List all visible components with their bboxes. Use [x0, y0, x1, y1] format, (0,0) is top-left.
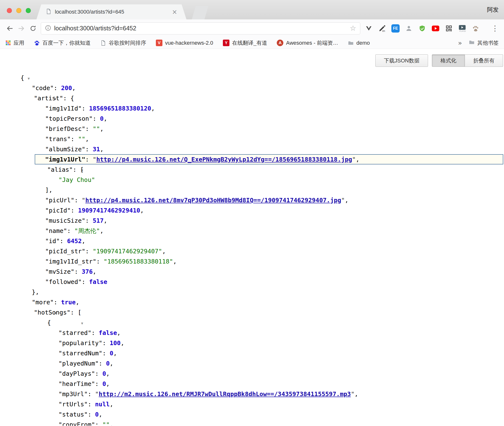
json-line: "starredNum": 0, — [0, 348, 504, 358]
bookmark-item[interactable]: Y在线翻译_有道 — [223, 39, 267, 47]
translate-en-icon[interactable]: en — [377, 23, 387, 34]
json-line: "picId": 19097417462929410, — [0, 205, 504, 216]
json-line: "picUrl": "http://p4.music.126.net/8mv7q… — [0, 195, 504, 205]
browser-tab[interactable]: localhost:3000/artists?id=645 × — [36, 4, 186, 19]
format-button[interactable]: 格式化 — [432, 54, 465, 67]
json-line: }, — [0, 287, 504, 297]
toolbar: localhost:3000/artists?id=6452 ☆ enFEPLA… — [0, 19, 504, 37]
collapse-all-button[interactable]: 折叠所有 — [465, 54, 503, 67]
svg-text:PLAYER: PLAYER — [459, 30, 466, 32]
forward-button[interactable] — [16, 23, 27, 34]
json-line: "mp3Url": "http://m2.music.126.net/RMJR7… — [0, 389, 504, 399]
json-url-link[interactable]: http://m2.music.126.net/RMJR7wDullRqppBk… — [99, 391, 351, 398]
back-button[interactable] — [4, 23, 16, 34]
json-line: "dayPlays": 0, — [0, 369, 504, 379]
json-line: "briefDesc": "", — [0, 124, 504, 134]
json-toolbar: 下载JSON数据 格式化 折叠所有 — [375, 54, 503, 67]
tab-title: localhost:3000/artists?id=645 — [55, 9, 169, 15]
bookmark-item[interactable]: AAwesomes - 前端资… — [277, 39, 338, 47]
other-bookmarks-folder[interactable]: 其他书签 — [469, 39, 499, 47]
reload-button[interactable] — [27, 23, 39, 34]
json-line: "trans": "", — [0, 134, 504, 144]
awesomes-icon: A — [277, 40, 283, 46]
page-content: 下载JSON数据 格式化 折叠所有 ▾{"code": 200,▾"artist… — [0, 49, 504, 426]
account-icon[interactable] — [404, 23, 414, 34]
url-text[interactable]: localhost:3000/artists?id=6452 — [54, 25, 347, 32]
folder-icon — [469, 39, 475, 47]
bookmark-item[interactable]: 谷歌按时间排序 — [100, 39, 146, 47]
bookmark-label: 应用 — [14, 39, 24, 47]
baidu-icon — [34, 40, 40, 46]
bookmark-item[interactable]: Vvue-hackernews-2.0 — [156, 40, 213, 46]
tab-bar: localhost:3000/artists?id=645 × 阿发 — [0, 0, 504, 19]
json-line: "img1v1Id_str": "18569651883380118", — [0, 256, 504, 267]
youtube-icon[interactable] — [430, 23, 441, 34]
bookmark-label: 在线翻译_有道 — [232, 39, 267, 47]
adguard-shield-icon[interactable] — [417, 23, 427, 34]
window-controls — [7, 8, 31, 13]
bookmarks-bar: 应用百度一下，你就知道谷歌按时间排序Vvue-hackernews-2.0Y在线… — [0, 37, 504, 49]
json-line: "rtUrls": null, — [0, 399, 504, 409]
paw-icon[interactable] — [470, 23, 481, 34]
bookmark-item[interactable]: demo — [348, 40, 370, 46]
json-line: "picId_str": "19097417462929407", — [0, 246, 504, 256]
bookmark-label: Awesomes - 前端资… — [286, 39, 338, 47]
bookmarks-overflow-icon[interactable]: » — [458, 39, 462, 47]
json-line: "mvSize": 376, — [0, 267, 504, 277]
minimize-window-button[interactable] — [16, 8, 21, 13]
json-line: "musicSize": 517, — [0, 216, 504, 226]
browser-menu-icon[interactable]: ⋮ — [491, 24, 500, 33]
new-tab-button[interactable] — [192, 6, 208, 19]
bookmark-label: vue-hackernews-2.0 — [165, 40, 213, 46]
youdao-icon: Y — [223, 40, 229, 46]
json-line: "followed": false — [0, 277, 504, 287]
json-line-highlighted: "img1v1Url": "http://p4.music.126.net/Q_… — [0, 154, 504, 165]
json-line: "hearTime": 0, — [0, 379, 504, 389]
collapse-toggle-icon[interactable]: ▾ — [81, 321, 83, 326]
player-icon[interactable]: PLAYER — [457, 23, 467, 34]
bookmark-item[interactable]: 百度一下，你就知道 — [34, 39, 91, 47]
json-url-link[interactable]: http://p4.music.126.net/8mv7qP30Pd3oHW8b… — [85, 197, 341, 204]
json-line: "more": true, — [0, 297, 504, 307]
json-url-link[interactable]: http://p4.music.126.net/Q_ExePNkmgB2yWyL… — [96, 156, 352, 163]
download-json-button[interactable]: 下载JSON数据 — [375, 54, 428, 67]
fehelper-icon-badge: FE — [391, 24, 400, 33]
fehelper-icon[interactable]: FE — [390, 23, 401, 34]
json-line: "id": 6452, — [0, 236, 504, 246]
folder-icon — [348, 40, 354, 46]
page-icon — [100, 40, 106, 46]
json-line: "albumSize": 31, — [0, 144, 504, 154]
json-viewer: ▾{"code": 200,▾"artist": {"img1v1Id": 18… — [0, 49, 504, 426]
vimium-icon[interactable] — [364, 23, 374, 34]
close-window-button[interactable] — [7, 8, 12, 13]
json-line: "copyFrom": "", — [0, 420, 504, 426]
other-bookmarks-label: 其他书签 — [477, 39, 499, 47]
json-line: "name": "周杰伦", — [0, 226, 504, 236]
apps-grid-icon — [5, 40, 11, 46]
json-line: "popularity": 100, — [0, 338, 504, 348]
vue-icon: V — [156, 40, 162, 46]
json-line: "code": 200, — [0, 83, 504, 93]
json-line: ▾"alias": [ — [0, 165, 504, 175]
json-line: ▾"hotSongs": [ — [0, 307, 504, 318]
json-line: ], — [0, 185, 504, 195]
json-line: ▾"artist": { — [0, 93, 504, 103]
collapse-toggle-icon[interactable]: ▾ — [28, 76, 30, 81]
bookmark-label: demo — [356, 40, 370, 46]
bookmark-label: 百度一下，你就知道 — [42, 39, 91, 47]
extensions-area: enFEPLAYER — [364, 23, 481, 34]
json-line: "topicPerson": 0, — [0, 114, 504, 124]
zoom-window-button[interactable] — [26, 8, 31, 13]
tab-close-icon[interactable]: × — [172, 8, 177, 16]
info-icon[interactable] — [45, 25, 51, 32]
profile-name[interactable]: 阿发 — [487, 0, 499, 19]
qrcode-icon[interactable] — [444, 23, 454, 34]
bookmark-label: 谷歌按时间排序 — [109, 39, 146, 47]
bookmark-item[interactable]: 应用 — [5, 39, 24, 47]
json-line: "Jay Chou" — [0, 175, 504, 185]
json-line: ▾{ — [0, 318, 504, 328]
json-line: "playedNum": 0, — [0, 358, 504, 369]
bookmark-star-icon[interactable]: ☆ — [350, 25, 356, 32]
address-bar[interactable]: localhost:3000/artists?id=6452 ☆ — [41, 22, 360, 34]
json-line: "status": 0, — [0, 409, 504, 420]
